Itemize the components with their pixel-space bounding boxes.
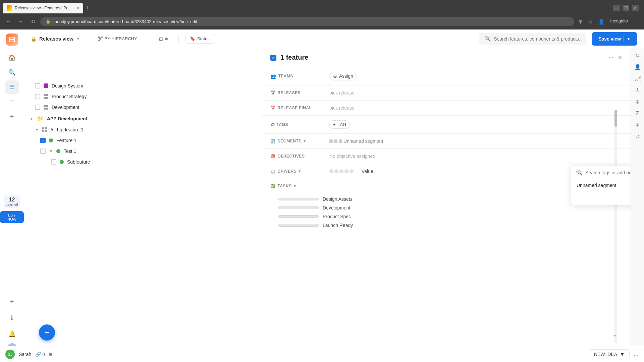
add-fab-button[interactable]: + xyxy=(39,324,55,341)
status-label: Status xyxy=(197,36,210,41)
scrollbar-thumb[interactable] xyxy=(614,110,617,127)
add-tag-button[interactable]: + TAG xyxy=(329,120,350,129)
releases-value[interactable]: pick release xyxy=(329,90,623,96)
list-item[interactable]: ▼ Alirhgt feature 1 xyxy=(24,124,262,135)
close-button[interactable]: ✕ xyxy=(632,5,639,11)
sidebar-item-star[interactable]: ✦ xyxy=(5,295,19,308)
app-container: 🏠 🔍 ☰ ≡ ✦ 12 days left BUY NOW ✦ ℹ 🔔 S 🔒… xyxy=(0,29,644,362)
sidebar-item-info[interactable]: ℹ xyxy=(5,311,19,324)
svg-rect-3 xyxy=(98,40,100,41)
panel-scrollbar[interactable] xyxy=(614,109,617,342)
bookmark-icon[interactable]: ☆ xyxy=(587,17,594,26)
refresh2-icon[interactable]: ↺ xyxy=(635,134,640,140)
item-name: Design System xyxy=(52,83,83,88)
segments-chevron[interactable]: ▾ xyxy=(304,139,306,143)
save-view-button[interactable]: Save view ▼ xyxy=(592,32,637,46)
item-name: Development xyxy=(52,105,79,110)
task-progress-dev xyxy=(278,206,319,209)
field-label-segments: 🔄 SEGMENTS ▾ xyxy=(270,139,324,143)
url-bar[interactable]: 🔒 moodjoy.productboard.com/feature-board… xyxy=(40,17,574,26)
item-checkbox[interactable] xyxy=(40,148,46,154)
drivers-chevron[interactable]: ▾ xyxy=(299,169,301,174)
list-item[interactable]: ▼ 📁 APP Development xyxy=(24,113,262,124)
bottom-user-avatar: SJ xyxy=(5,350,15,359)
panel-content[interactable]: 👥 TEAMS ⊕ Assign 📅 RELEASES xyxy=(262,67,631,362)
clock-icon[interactable]: ⏱ xyxy=(635,87,640,94)
item-checkbox[interactable] xyxy=(35,94,40,99)
menu-icon[interactable]: ⋮ xyxy=(632,17,640,26)
plus-icon: + xyxy=(333,122,336,127)
reload-button[interactable]: ↻ xyxy=(28,17,38,26)
sidebar-item-search[interactable]: 🔍 xyxy=(5,66,19,79)
sidebar-item-hierarchy[interactable]: ≡ xyxy=(5,95,19,109)
panel-more-button[interactable]: ··· xyxy=(608,54,613,61)
list-item[interactable]: ▼ Test 1 xyxy=(24,146,262,157)
item-name: Feature 1 xyxy=(56,138,76,143)
refresh-icon[interactable]: ↻ xyxy=(635,52,640,59)
days-left-badge: 12 days left xyxy=(4,195,20,208)
active-tab[interactable]: Releases view - Features | Produ... × xyxy=(3,3,83,13)
sigma-icon[interactable]: Σ xyxy=(636,111,639,117)
browser-actions: ⊕ ☆ 👤 Incognito ⋮ xyxy=(577,17,640,26)
item-checkbox[interactable] xyxy=(35,83,40,88)
plus-icon: ⊕ xyxy=(333,73,337,79)
sidebar-item-compass[interactable]: ✦ xyxy=(5,110,19,123)
expand-chevron[interactable]: ▼ xyxy=(35,127,39,132)
bottom-more-button[interactable]: ... xyxy=(634,351,639,358)
driver-dot-2 xyxy=(334,169,338,173)
release-final-value[interactable]: pick release xyxy=(329,105,623,111)
user-icon-right[interactable]: 👤 xyxy=(634,64,641,70)
expand-chevron[interactable]: ▼ xyxy=(49,149,53,154)
status-button[interactable]: 🔖 Status xyxy=(185,34,214,44)
expand-chevron[interactable]: ▼ xyxy=(30,116,34,121)
new-idea-arrow: ▼ xyxy=(620,352,625,357)
restore-button[interactable]: ☐ xyxy=(623,5,629,11)
list-item[interactable]: Subfeature xyxy=(24,157,262,167)
panel-close-button[interactable]: ✕ xyxy=(618,54,623,61)
driver-dot-5 xyxy=(350,169,354,173)
list-item[interactable]: Product Strategy xyxy=(24,91,262,102)
divider-2 xyxy=(148,35,148,43)
chart-icon[interactable]: 📈 xyxy=(634,76,641,82)
item-checkbox[interactable] xyxy=(51,159,56,165)
new-tab-button[interactable]: + xyxy=(83,5,92,12)
sidebar-item-home[interactable]: 🏠 xyxy=(5,51,19,64)
minimize-button[interactable]: — xyxy=(613,5,620,11)
profile-icon[interactable]: 👤 xyxy=(597,17,606,26)
filter-button[interactable]: ⊟ xyxy=(155,34,172,44)
search-input[interactable] xyxy=(494,36,581,42)
avatar-initials: SJ xyxy=(8,352,13,357)
sidebar-item-bell[interactable]: 🔔 xyxy=(5,327,19,341)
sidebar-item-list[interactable]: ☰ xyxy=(5,80,19,94)
window-controls: — ☐ ✕ xyxy=(613,5,641,11)
tab-close-button[interactable]: × xyxy=(76,5,79,11)
search-bar: 🔍 xyxy=(479,33,586,45)
item-name: Test 1 xyxy=(64,148,76,154)
tasks-chevron[interactable]: ▾ xyxy=(294,184,296,188)
tag-search-input[interactable] xyxy=(585,170,631,175)
task-progress-launch xyxy=(278,224,319,227)
item-checkbox[interactable] xyxy=(35,105,40,110)
grid-right-icon[interactable]: ⊞ xyxy=(635,122,640,128)
forward-button[interactable]: → xyxy=(16,17,25,26)
feature-list: Design System Product Strategy Developme… xyxy=(24,48,262,362)
table-icon[interactable]: ⊞ xyxy=(635,99,640,105)
list-item[interactable]: Development xyxy=(24,102,262,113)
item-checkbox[interactable]: ✓ xyxy=(40,138,46,143)
cast-icon[interactable]: ⊕ xyxy=(577,17,584,26)
tag-dropdown-item[interactable]: Unnamed segment xyxy=(571,179,631,191)
back-button[interactable]: ← xyxy=(4,17,13,26)
right-panel: ✓ 1 feature ··· ✕ 👥 TEAMS ⊕ xyxy=(262,48,631,362)
assign-button[interactable]: ⊕ Assign xyxy=(329,72,357,80)
objectives-value[interactable]: No objective assigned xyxy=(329,154,623,159)
save-view-arrow: ▼ xyxy=(627,37,631,41)
hierarchy-button[interactable]: BY HIERARCHY xyxy=(94,34,141,43)
new-idea-button[interactable]: NEW IDEA ▼ xyxy=(589,349,630,359)
panel-select-all-checkbox[interactable]: ✓ xyxy=(270,55,276,61)
buy-now-button[interactable]: BUY NOW xyxy=(0,211,24,223)
list-item[interactable]: Design System xyxy=(24,80,262,91)
view-dropdown-arrow[interactable]: ▼ xyxy=(76,37,80,41)
grid-icon xyxy=(42,127,47,132)
list-item[interactable]: ✓ Feature 1 xyxy=(24,135,262,146)
tag-dropdown-list[interactable]: Unnamed segment xyxy=(571,179,631,191)
